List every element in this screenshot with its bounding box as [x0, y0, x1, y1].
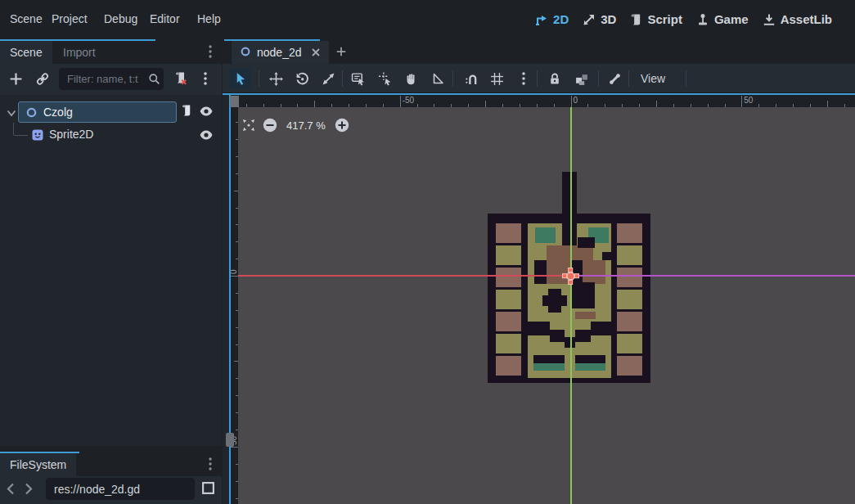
- ruler-tick: [485, 101, 486, 107]
- ruler-tick: [236, 241, 238, 242]
- workspace-2d-button[interactable]: 2D: [535, 12, 569, 26]
- ruler-tick: [236, 498, 238, 499]
- list-select-tool-button[interactable]: [348, 68, 369, 89]
- node-name-input[interactable]: [43, 106, 166, 119]
- menu-project[interactable]: Project: [48, 0, 91, 38]
- ruler-tick: [281, 104, 281, 107]
- skeleton-bone-icon[interactable]: [604, 68, 625, 89]
- tab-import[interactable]: Import: [53, 41, 106, 64]
- ruler-tick: [520, 104, 520, 107]
- ruler-label: -50: [403, 96, 414, 105]
- ruler-tick: [383, 104, 384, 107]
- smart-snap-magnet-icon[interactable]: [461, 68, 482, 89]
- ruler-tick: [708, 104, 709, 107]
- visibility-eye-icon[interactable]: [199, 129, 214, 144]
- history-forward-icon[interactable]: [25, 483, 33, 498]
- assetlib-download-icon: [763, 13, 776, 26]
- workspace-game-button[interactable]: Game: [696, 12, 749, 26]
- ruler-tick: [656, 101, 657, 107]
- ruler-tick: [793, 104, 794, 107]
- tab-scene[interactable]: Scene: [0, 41, 52, 64]
- ruler-tick: [236, 481, 238, 482]
- zoom-percentage[interactable]: 417.7 %: [286, 119, 326, 132]
- attached-script-icon[interactable]: [181, 104, 193, 121]
- 2d-icon: [535, 13, 548, 26]
- menu-help[interactable]: Help: [194, 0, 224, 38]
- ruler-tick: [234, 191, 238, 191]
- script-icon: [630, 13, 642, 26]
- close-tab-icon[interactable]: [311, 47, 321, 57]
- collapse-caret-icon[interactable]: [7, 106, 16, 120]
- canvas-2d[interactable]: -50050 050 417.7 %: [223, 93, 855, 504]
- snap-options-dots-icon[interactable]: [513, 68, 534, 89]
- center-view-icon[interactable]: [242, 119, 255, 132]
- workspace-3d-button[interactable]: 3D: [583, 12, 616, 26]
- scene-dock-menu-icon[interactable]: [205, 44, 218, 59]
- main-viewport-area: node_2d View: [223, 39, 855, 504]
- scale-tool-button[interactable]: [317, 68, 339, 89]
- group-selected-nodes-icon[interactable]: [571, 68, 592, 89]
- viewport-rect-line: [571, 275, 855, 277]
- scene-tree-options-icon[interactable]: [200, 71, 213, 86]
- position-select-tool-button[interactable]: [375, 68, 396, 89]
- pan-tool-button[interactable]: [401, 68, 422, 89]
- new-scene-tab-icon[interactable]: [335, 46, 347, 61]
- ruler-tick: [231, 276, 238, 277]
- lock-icon[interactable]: [544, 68, 565, 89]
- filesystem-menu-icon[interactable]: [205, 457, 218, 471]
- ruler-tick: [400, 96, 401, 107]
- game-icon: [696, 13, 709, 26]
- ruler-tick: [537, 104, 538, 107]
- zoom-in-button[interactable]: [335, 118, 349, 133]
- select-tool-button[interactable]: [230, 68, 251, 89]
- ruler-tick: [349, 104, 349, 107]
- ruler-tool-button[interactable]: [427, 68, 448, 89]
- ruler-tick: [236, 224, 238, 225]
- ruler-tick: [297, 104, 298, 107]
- move-tool-button[interactable]: [265, 68, 286, 89]
- menu-debug[interactable]: Debug: [101, 0, 141, 38]
- ruler-tick: [434, 104, 434, 107]
- ruler-tick: [236, 344, 238, 345]
- ruler-tick: [502, 104, 503, 107]
- tab-filesystem[interactable]: FileSystem: [0, 453, 76, 476]
- ruler-tick: [234, 361, 238, 362]
- visibility-eye-icon[interactable]: [199, 106, 214, 120]
- history-back-icon[interactable]: [7, 483, 15, 498]
- detach-script-icon[interactable]: [173, 71, 188, 90]
- zoom-out-button[interactable]: [263, 118, 277, 133]
- ruler-tick: [236, 208, 238, 209]
- ruler-tick: [605, 104, 605, 107]
- workspace-script-button[interactable]: Script: [630, 12, 682, 26]
- ruler-tick: [468, 104, 469, 107]
- ruler-tick: [776, 104, 776, 107]
- ruler-tick: [236, 310, 238, 311]
- workspace-assetlib-button[interactable]: AssetLib: [763, 12, 832, 26]
- grid-snap-icon[interactable]: [486, 68, 507, 89]
- current-path-field[interactable]: [46, 478, 195, 500]
- search-icon: [148, 73, 160, 88]
- menu-editor[interactable]: Editor: [146, 0, 183, 38]
- ruler-tick: [725, 104, 726, 107]
- node-rename-field[interactable]: [18, 101, 177, 123]
- ruler-horizontal[interactable]: -50050: [231, 95, 855, 107]
- menu-bar: Scene Project Debug Editor Help 2D 3D Sc…: [0, 0, 855, 38]
- filesystem-nav-bar: [0, 476, 222, 504]
- ruler-tick: [236, 156, 238, 157]
- ruler-tick: [554, 104, 555, 107]
- workspace-switcher: 2D 3D Script Game AssetLib: [535, 0, 832, 38]
- menu-scene[interactable]: Scene: [7, 0, 46, 38]
- instance-scene-link-icon[interactable]: [35, 72, 50, 89]
- add-node-icon[interactable]: [9, 72, 23, 89]
- scrollbar-thumb[interactable]: [226, 433, 234, 447]
- node2d-icon: [25, 106, 38, 119]
- scene-tab-node2d[interactable]: node_2d: [232, 41, 329, 64]
- ruler-label: 0: [231, 258, 238, 274]
- ruler-tick: [691, 104, 691, 107]
- view-menu-button[interactable]: View: [636, 68, 670, 89]
- y-axis-line: [570, 107, 572, 504]
- rotate-tool-button[interactable]: [291, 68, 313, 89]
- filesystem-dock: FileSystem: [0, 452, 222, 504]
- toggle-split-mode-icon[interactable]: [201, 481, 215, 498]
- ruler-tick: [236, 327, 238, 328]
